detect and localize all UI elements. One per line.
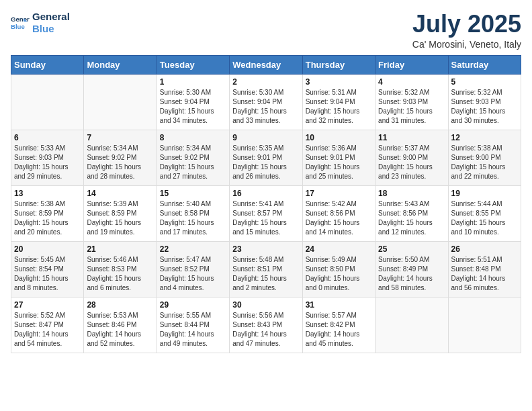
- day-detail: Sunrise: 5:56 AMSunset: 8:43 PMDaylight:…: [232, 311, 299, 349]
- day-number: 31: [306, 300, 372, 310]
- calendar-day-cell: 20Sunrise: 5:45 AMSunset: 8:54 PMDayligh…: [11, 241, 84, 297]
- calendar-container: General Blue General Blue July 2025 Ca' …: [0, 0, 532, 364]
- calendar-day-cell: [84, 74, 157, 130]
- day-detail: Sunrise: 5:37 AMSunset: 9:00 PMDaylight:…: [378, 144, 445, 181]
- day-number: 21: [87, 244, 153, 254]
- day-detail: Sunrise: 5:32 AMSunset: 9:03 PMDaylight:…: [378, 88, 445, 126]
- day-number: 8: [160, 133, 226, 142]
- calendar-day-cell: 10Sunrise: 5:36 AMSunset: 9:01 PMDayligh…: [302, 130, 375, 185]
- calendar-day-cell: 2Sunrise: 5:30 AMSunset: 9:04 PMDaylight…: [230, 74, 302, 130]
- calendar-day-cell: 1Sunrise: 5:30 AMSunset: 9:04 PMDaylight…: [157, 74, 229, 130]
- day-detail: Sunrise: 5:52 AMSunset: 8:47 PMDaylight:…: [14, 311, 81, 349]
- day-number: 3: [306, 77, 372, 87]
- day-number: 9: [232, 133, 299, 142]
- weekday-header: Thursday: [302, 55, 375, 74]
- calendar-day-cell: 21Sunrise: 5:46 AMSunset: 8:53 PMDayligh…: [84, 241, 157, 297]
- calendar-day-cell: 6Sunrise: 5:33 AMSunset: 9:03 PMDaylight…: [11, 130, 84, 185]
- day-detail: Sunrise: 5:38 AMSunset: 8:59 PMDaylight:…: [14, 199, 81, 237]
- day-number: 19: [451, 189, 518, 198]
- calendar-day-cell: 29Sunrise: 5:55 AMSunset: 8:44 PMDayligh…: [157, 297, 229, 353]
- day-detail: Sunrise: 5:55 AMSunset: 8:44 PMDaylight:…: [160, 311, 226, 349]
- day-number: 27: [14, 300, 81, 310]
- day-detail: Sunrise: 5:30 AMSunset: 9:04 PMDaylight:…: [232, 88, 299, 126]
- day-number: 23: [232, 244, 299, 254]
- day-number: 25: [378, 244, 445, 254]
- day-detail: Sunrise: 5:43 AMSunset: 8:56 PMDaylight:…: [378, 199, 445, 237]
- day-detail: Sunrise: 5:42 AMSunset: 8:56 PMDaylight:…: [306, 199, 372, 237]
- calendar-day-cell: 26Sunrise: 5:51 AMSunset: 8:48 PMDayligh…: [448, 241, 521, 297]
- calendar-body: 1Sunrise: 5:30 AMSunset: 9:04 PMDaylight…: [11, 74, 521, 353]
- calendar-week-row: 1Sunrise: 5:30 AMSunset: 9:04 PMDaylight…: [11, 74, 521, 130]
- day-detail: Sunrise: 5:49 AMSunset: 8:50 PMDaylight:…: [306, 255, 372, 293]
- day-number: 5: [451, 77, 518, 87]
- day-number: 16: [232, 189, 299, 198]
- title-area: July 2025 Ca' Morosini, Veneto, Italy: [412, 11, 521, 50]
- weekday-header: Tuesday: [157, 55, 229, 74]
- calendar-week-row: 27Sunrise: 5:52 AMSunset: 8:47 PMDayligh…: [11, 297, 521, 353]
- day-detail: Sunrise: 5:57 AMSunset: 8:42 PMDaylight:…: [306, 311, 372, 349]
- weekday-header-row: SundayMondayTuesdayWednesdayThursdayFrid…: [11, 55, 521, 74]
- calendar-day-cell: 27Sunrise: 5:52 AMSunset: 8:47 PMDayligh…: [11, 297, 84, 353]
- day-number: 20: [14, 244, 81, 254]
- calendar-day-cell: [375, 297, 448, 353]
- calendar-day-cell: 19Sunrise: 5:44 AMSunset: 8:55 PMDayligh…: [448, 185, 521, 241]
- day-detail: Sunrise: 5:44 AMSunset: 8:55 PMDaylight:…: [451, 199, 518, 237]
- calendar-day-cell: 28Sunrise: 5:53 AMSunset: 8:46 PMDayligh…: [84, 297, 157, 353]
- day-detail: Sunrise: 5:50 AMSunset: 8:49 PMDaylight:…: [378, 255, 445, 293]
- logo-icon: General Blue: [11, 13, 30, 32]
- weekday-header: Saturday: [448, 55, 521, 74]
- calendar-day-cell: 25Sunrise: 5:50 AMSunset: 8:49 PMDayligh…: [375, 241, 448, 297]
- weekday-header: Friday: [375, 55, 448, 74]
- day-number: 18: [378, 189, 445, 198]
- day-number: 22: [160, 244, 226, 254]
- calendar-day-cell: 4Sunrise: 5:32 AMSunset: 9:03 PMDaylight…: [375, 74, 448, 130]
- day-detail: Sunrise: 5:36 AMSunset: 9:01 PMDaylight:…: [306, 144, 372, 181]
- svg-text:Blue: Blue: [11, 23, 25, 30]
- calendar-day-cell: 12Sunrise: 5:38 AMSunset: 9:00 PMDayligh…: [448, 130, 521, 185]
- calendar-table: SundayMondayTuesdayWednesdayThursdayFrid…: [11, 55, 521, 353]
- day-detail: Sunrise: 5:31 AMSunset: 9:04 PMDaylight:…: [306, 88, 372, 126]
- day-number: 29: [160, 300, 226, 310]
- day-detail: Sunrise: 5:47 AMSunset: 8:52 PMDaylight:…: [160, 255, 226, 293]
- day-detail: Sunrise: 5:34 AMSunset: 9:02 PMDaylight:…: [87, 144, 153, 181]
- calendar-day-cell: 30Sunrise: 5:56 AMSunset: 8:43 PMDayligh…: [230, 297, 302, 353]
- svg-text:General: General: [11, 15, 30, 23]
- day-number: 4: [378, 77, 445, 87]
- calendar-week-row: 20Sunrise: 5:45 AMSunset: 8:54 PMDayligh…: [11, 241, 521, 297]
- logo-text: General Blue: [32, 11, 70, 35]
- header-row: General Blue General Blue July 2025 Ca' …: [11, 11, 521, 50]
- day-number: 24: [306, 244, 372, 254]
- day-detail: Sunrise: 5:34 AMSunset: 9:02 PMDaylight:…: [160, 144, 226, 181]
- day-number: 30: [232, 300, 299, 310]
- calendar-day-cell: 17Sunrise: 5:42 AMSunset: 8:56 PMDayligh…: [302, 185, 375, 241]
- day-number: 17: [306, 189, 372, 198]
- calendar-day-cell: 13Sunrise: 5:38 AMSunset: 8:59 PMDayligh…: [11, 185, 84, 241]
- day-detail: Sunrise: 5:38 AMSunset: 9:00 PMDaylight:…: [451, 144, 518, 181]
- day-number: 10: [306, 133, 372, 142]
- calendar-day-cell: 3Sunrise: 5:31 AMSunset: 9:04 PMDaylight…: [302, 74, 375, 130]
- day-number: 14: [87, 189, 153, 198]
- day-number: 26: [451, 244, 518, 254]
- day-detail: Sunrise: 5:30 AMSunset: 9:04 PMDaylight:…: [160, 88, 226, 126]
- calendar-day-cell: 15Sunrise: 5:40 AMSunset: 8:58 PMDayligh…: [157, 185, 229, 241]
- day-detail: Sunrise: 5:53 AMSunset: 8:46 PMDaylight:…: [87, 311, 153, 349]
- weekday-header: Wednesday: [230, 55, 302, 74]
- day-number: 6: [14, 133, 81, 142]
- day-number: 7: [87, 133, 153, 142]
- calendar-day-cell: 14Sunrise: 5:39 AMSunset: 8:59 PMDayligh…: [84, 185, 157, 241]
- day-detail: Sunrise: 5:45 AMSunset: 8:54 PMDaylight:…: [14, 255, 81, 293]
- day-detail: Sunrise: 5:39 AMSunset: 8:59 PMDaylight:…: [87, 199, 153, 237]
- calendar-header: SundayMondayTuesdayWednesdayThursdayFrid…: [11, 55, 521, 74]
- calendar-day-cell: 8Sunrise: 5:34 AMSunset: 9:02 PMDaylight…: [157, 130, 229, 185]
- day-number: 15: [160, 189, 226, 198]
- day-number: 2: [232, 77, 299, 87]
- day-number: 11: [378, 133, 445, 142]
- logo: General Blue General Blue: [11, 11, 70, 35]
- month-title: July 2025: [412, 11, 521, 38]
- day-number: 12: [451, 133, 518, 142]
- day-number: 28: [87, 300, 153, 310]
- day-detail: Sunrise: 5:33 AMSunset: 9:03 PMDaylight:…: [14, 144, 81, 181]
- weekday-header: Monday: [84, 55, 157, 74]
- calendar-day-cell: 16Sunrise: 5:41 AMSunset: 8:57 PMDayligh…: [230, 185, 302, 241]
- day-detail: Sunrise: 5:35 AMSunset: 9:01 PMDaylight:…: [232, 144, 299, 181]
